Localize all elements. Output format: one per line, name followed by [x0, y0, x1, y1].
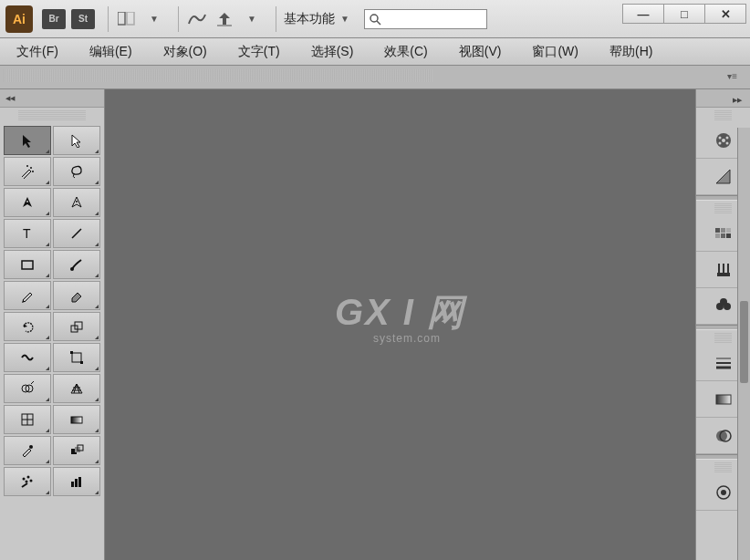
direct-selection-tool[interactable] [53, 126, 100, 155]
svg-rect-35 [78, 477, 81, 487]
stock-icon[interactable]: St [71, 9, 95, 29]
svg-rect-47 [726, 233, 731, 238]
svg-text:T: T [23, 226, 31, 241]
svg-rect-55 [716, 395, 731, 404]
maximize-button[interactable]: □ [663, 4, 705, 24]
svg-line-4 [377, 21, 380, 25]
svg-point-59 [721, 490, 726, 495]
tools-panel: T [0, 89, 105, 560]
svg-point-30 [27, 476, 30, 479]
svg-point-9 [76, 201, 78, 202]
svg-rect-34 [75, 479, 78, 487]
dropdown-icon[interactable]: ▼ [340, 14, 349, 24]
ai-logo-icon: Ai [5, 5, 33, 33]
svg-rect-12 [22, 261, 33, 269]
svg-point-6 [26, 165, 28, 167]
dock-grip[interactable] [4, 69, 432, 82]
menu-edit[interactable]: 编辑(E) [82, 40, 140, 64]
menu-type[interactable]: 文字(T) [231, 40, 287, 64]
gradient-tool[interactable] [53, 405, 100, 434]
menu-file[interactable]: 文件(F) [9, 40, 66, 64]
scrollbar-thumb[interactable] [740, 301, 748, 383]
svg-rect-33 [71, 482, 74, 487]
rotate-tool[interactable] [4, 312, 51, 341]
svg-point-13 [70, 267, 74, 271]
canvas[interactable]: GX I 网 system.com [105, 89, 695, 560]
svg-point-29 [23, 478, 26, 481]
workspace-switcher[interactable]: 基本功能 [284, 11, 335, 27]
svg-rect-0 [118, 12, 125, 25]
add-anchor-tool[interactable] [53, 188, 100, 217]
right-scrollbar[interactable] [737, 128, 750, 560]
align-icon[interactable] [214, 8, 235, 30]
svg-rect-16 [72, 353, 81, 362]
svg-point-41 [722, 139, 725, 142]
search-input[interactable] [364, 9, 487, 29]
svg-point-51 [720, 298, 727, 306]
menu-view[interactable]: 视图(V) [452, 40, 509, 64]
svg-point-31 [26, 481, 28, 483]
selection-tool[interactable] [4, 126, 51, 155]
svg-point-40 [725, 141, 728, 144]
eraser-tool[interactable] [53, 281, 100, 310]
bridge-icon[interactable]: Br [42, 9, 66, 29]
menu-select[interactable]: 选择(S) [304, 40, 361, 64]
svg-rect-42 [715, 228, 720, 233]
paintbrush-tool[interactable] [53, 250, 100, 279]
minimize-button[interactable]: — [622, 4, 664, 24]
svg-rect-17 [70, 351, 73, 354]
svg-point-8 [26, 201, 28, 202]
workspace: T GX I 网 system.com [0, 89, 750, 560]
arrange-documents-icon[interactable] [116, 8, 138, 30]
panel-grip[interactable] [714, 109, 732, 120]
line-tool[interactable] [53, 219, 100, 248]
svg-rect-44 [726, 228, 731, 233]
menu-help[interactable]: 帮助(H) [602, 40, 660, 64]
panel-grip[interactable] [18, 109, 86, 120]
svg-line-11 [72, 229, 81, 238]
type-tool[interactable]: T [4, 219, 51, 248]
pencil-tool[interactable] [4, 281, 51, 310]
window-controls: — □ ✕ [623, 4, 746, 24]
svg-rect-46 [721, 233, 725, 238]
menu-window[interactable]: 窗口(W) [525, 40, 586, 64]
search-field[interactable] [383, 13, 474, 26]
svg-rect-18 [80, 361, 83, 364]
application-bar: Ai Br St ▼ ▼ 基本功能 ▼ — □ ✕ [0, 0, 750, 38]
svg-rect-24 [71, 417, 82, 423]
free-transform-tool[interactable] [53, 343, 100, 372]
svg-rect-1 [127, 12, 134, 25]
svg-point-39 [718, 141, 721, 144]
watermark-text: GX I 网 [335, 286, 465, 337]
svg-rect-48 [717, 273, 730, 276]
gpu-preview-icon[interactable] [186, 8, 208, 30]
eyedropper-tool[interactable] [4, 436, 51, 465]
svg-rect-43 [721, 228, 725, 233]
perspective-grid-tool[interactable] [53, 374, 100, 403]
menu-effect[interactable]: 效果(C) [377, 40, 434, 64]
document-tab-bar: ▾≡ [0, 66, 750, 89]
lasso-tool[interactable] [53, 157, 100, 186]
width-tool[interactable] [4, 343, 51, 372]
watermark: GX I 网 system.com [335, 286, 465, 344]
magic-wand-tool[interactable] [4, 157, 51, 186]
shape-builder-tool[interactable] [4, 374, 51, 403]
symbol-sprayer-tool[interactable] [4, 467, 51, 496]
menu-object[interactable]: 对象(O) [156, 40, 214, 64]
collapse-panel-button[interactable] [0, 89, 104, 108]
close-button[interactable]: ✕ [704, 4, 746, 24]
panel-menu-icon[interactable]: ▾≡ [727, 71, 737, 81]
blend-tool[interactable] [53, 436, 100, 465]
dropdown-icon[interactable]: ▼ [241, 8, 263, 30]
svg-point-38 [725, 136, 728, 139]
scale-tool[interactable] [53, 312, 100, 341]
mesh-tool[interactable] [4, 405, 51, 434]
pen-tool[interactable] [4, 188, 51, 217]
column-graph-tool[interactable] [53, 467, 100, 496]
svg-point-25 [29, 445, 33, 449]
svg-point-32 [30, 480, 33, 482]
menu-bar: 文件(F) 编辑(E) 对象(O) 文字(T) 选择(S) 效果(C) 视图(V… [0, 38, 750, 66]
rectangle-tool[interactable] [4, 250, 51, 279]
collapse-panel-button[interactable] [696, 89, 750, 108]
dropdown-icon[interactable]: ▼ [143, 8, 165, 30]
